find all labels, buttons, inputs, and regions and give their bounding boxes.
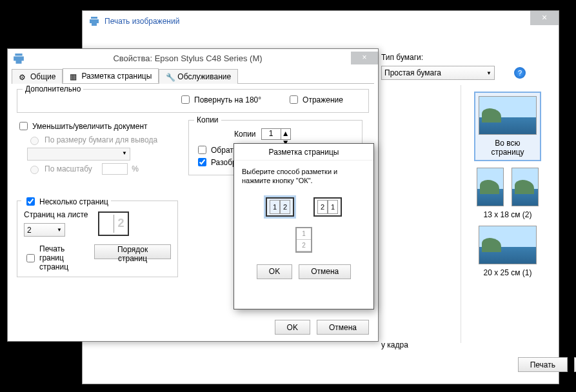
gear-icon: ⚙ — [19, 73, 28, 81]
copies-spinner[interactable]: 1 ▲▼ — [261, 128, 291, 140]
instruction-text: Выберите способ разметки и нажмите кнопк… — [242, 167, 366, 186]
ok-button[interactable]: OK — [257, 264, 292, 279]
fit-output-radio: По размеру бумаги для вывода — [27, 135, 178, 145]
layout-icon: ▦ — [70, 72, 79, 80]
cancel-button[interactable]: Отмена — [317, 320, 369, 335]
layout-option-21[interactable]: 21 — [313, 197, 342, 217]
pages-per-sheet-label: Страниц на листе — [24, 210, 88, 219]
chevron-down-icon: ▼ — [486, 70, 492, 76]
help-icon[interactable]: ? — [514, 67, 526, 79]
layout-thumb-13x18[interactable]: 13 x 18 см (2) — [474, 168, 541, 219]
close-button[interactable]: × — [530, 11, 559, 25]
copies-label: Копии — [234, 130, 256, 139]
dialog-title[interactable]: Разметка страницы — [234, 144, 373, 161]
multipage-group: Несколько страниц Страниц на листе 2▼ Пе… — [17, 201, 178, 277]
resize-doc-checkbox[interactable]: Уменьшить/увеличить документ — [17, 120, 148, 132]
advanced-group: Дополнительно Повернуть на 180° Отражени… — [17, 89, 369, 113]
close-button[interactable]: × — [351, 52, 378, 64]
titlebar[interactable]: Свойства: Epson Stylus C48 Series (M) × — [8, 49, 378, 67]
printer-icon — [89, 17, 99, 26]
by-scale-radio: По масштабу % — [27, 163, 178, 175]
layout-option-12[interactable]: 12 — [266, 197, 294, 217]
mirror-checkbox[interactable]: Отражение — [287, 93, 343, 106]
dialog-title: Печать изображений — [104, 17, 179, 26]
layout-option-vertical[interactable]: 12 — [295, 227, 312, 253]
tabstrip: ⚙ Общие ▦ Разметка страницы 🔧 Обслуживан… — [12, 68, 374, 84]
tab-maintenance[interactable]: 🔧 Обслуживание — [159, 69, 238, 84]
rotate-checkbox[interactable]: Повернуть на 180° — [179, 93, 261, 106]
wrench-icon: 🔧 — [166, 73, 175, 81]
tab-page-layout[interactable]: ▦ Разметка страницы — [63, 68, 159, 83]
ok-button[interactable]: OK — [275, 320, 310, 335]
scale-input — [102, 163, 128, 175]
layout-thumbnail-list[interactable]: Во всю страницу 13 x 18 см (2) 20 x 25 с… — [461, 85, 554, 343]
printer-icon — [13, 54, 25, 63]
multipage-checkbox[interactable]: Несколько страниц — [21, 195, 111, 208]
thumbnail-image — [479, 96, 537, 135]
paper-type-label: Тип бумаги: — [381, 53, 555, 62]
print-button[interactable]: Печать — [518, 357, 568, 372]
pages-layout-icon — [98, 211, 129, 236]
tab-general[interactable]: ⚙ Общие — [12, 69, 63, 84]
layout-thumb-full[interactable]: Во всю страницу — [474, 92, 541, 161]
pages-per-sheet-select[interactable]: 2▼ — [24, 223, 65, 237]
print-borders-checkbox[interactable]: Печать границ страниц — [24, 244, 84, 271]
frame-label: у кадра — [381, 340, 408, 349]
layout-thumb-20x25[interactable]: 20 x 25 см (1) — [474, 226, 541, 277]
output-size-select: ▼ — [27, 148, 130, 161]
page-layout-picker-dialog: Разметка страницы Выберите способ размет… — [233, 143, 374, 309]
thumbnail-image — [479, 226, 537, 264]
dialog-title: Свойства: Epson Stylus C48 Series (M) — [25, 54, 351, 63]
titlebar: Печать изображений — [83, 11, 559, 32]
page-order-button[interactable]: Порядок страниц — [94, 244, 171, 259]
paper-type-select[interactable]: Простая бумага ▼ — [381, 66, 495, 80]
cancel-button[interactable]: Отмена — [299, 264, 351, 279]
